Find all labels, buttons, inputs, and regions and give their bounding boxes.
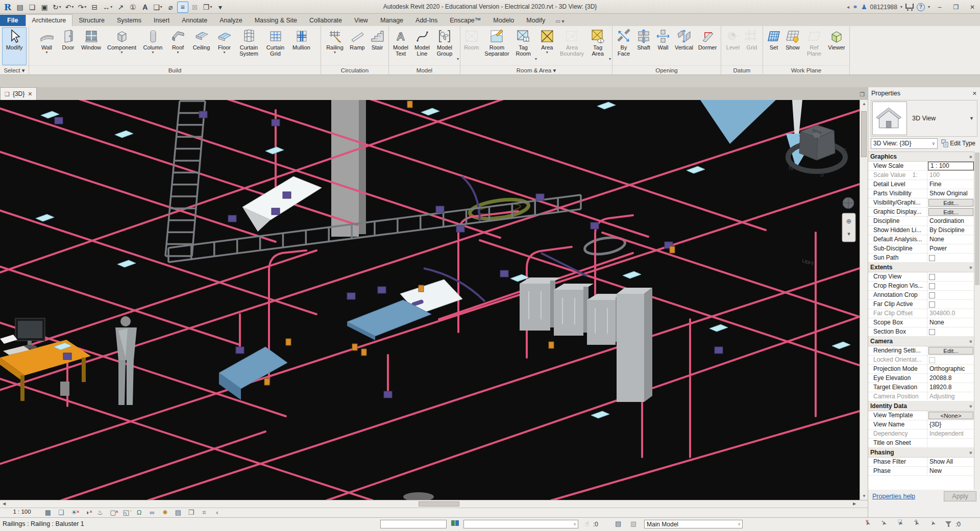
room-separator-button[interactable]: Room Separator	[482, 27, 512, 65]
editing-requests-icon[interactable]: ☝	[585, 520, 589, 527]
dropdown-caret-icon[interactable]: ▾	[535, 27, 537, 65]
mullion-button[interactable]: Mullion	[289, 27, 314, 65]
panel-label[interactable]: Room & Area ▾	[460, 65, 612, 75]
help-caret-icon[interactable]: ▾	[928, 5, 930, 9]
show-button[interactable]: Show	[783, 27, 802, 65]
design-options-icon[interactable]: ▤	[615, 520, 621, 527]
search-icon[interactable]: ⚭	[852, 3, 858, 11]
scroll-right-icon[interactable]: ▶	[850, 500, 859, 508]
view-scale-button[interactable]: 1 : 100	[7, 509, 37, 517]
select-underlay-toggle[interactable]: ➤❏	[898, 520, 910, 529]
dropdown-caret-icon[interactable]: ▾	[177, 50, 179, 54]
design-option-select[interactable]: Main Model∨	[644, 520, 743, 528]
viewer-button[interactable]: Viewer	[826, 27, 847, 65]
properties-close-icon[interactable]: ✕	[972, 90, 977, 97]
curtain-system-button[interactable]: Curtain System	[236, 27, 262, 65]
qat-customize-icon[interactable]: ▾	[214, 2, 226, 13]
property-edit-button[interactable]: Edit...	[928, 199, 973, 207]
property-value[interactable]: 18920.8	[927, 383, 974, 392]
panel-label[interactable]: Circulation	[321, 65, 388, 75]
active-workset-select[interactable]: ∨	[463, 520, 578, 528]
properties-window-icon[interactable]: ▤	[14, 2, 26, 13]
tab-analyze[interactable]: Analyze	[213, 15, 248, 26]
render-dialog-icon[interactable]: ♨	[94, 508, 106, 517]
horizontal-scrollbar[interactable]: ◀ ▶	[0, 500, 868, 508]
panel-label[interactable]: Opening	[612, 65, 721, 75]
tab-collaborate[interactable]: Collaborate	[303, 15, 348, 26]
print-icon[interactable]: ⊟	[89, 2, 100, 13]
crop-view-icon[interactable]: ▢✕	[107, 508, 119, 517]
property-value[interactable]: Power	[927, 244, 974, 254]
properties-scrollbar[interactable]	[974, 151, 980, 490]
property-value[interactable]: 304800.0	[927, 309, 974, 318]
panel-label[interactable]: Model	[389, 65, 460, 75]
model-text-button[interactable]: AModel Text	[390, 27, 411, 65]
property-edit-button[interactable]: Edit...	[928, 347, 973, 355]
vertical-button[interactable]: Vertical	[673, 27, 695, 65]
panel-label[interactable]: Work Plane	[763, 65, 849, 75]
dropdown-caret-icon[interactable]: ▾	[457, 27, 459, 65]
properties-help-link[interactable]: Properties help	[872, 493, 915, 500]
door-button[interactable]: Door	[59, 27, 78, 65]
section-header-identity-data[interactable]: Identity Data«	[868, 401, 974, 411]
dormer-button[interactable]: Dormer	[696, 27, 719, 65]
switch-windows-icon[interactable]: ❐▾	[202, 2, 214, 13]
tab-enscape-[interactable]: Enscape™	[444, 15, 487, 26]
restore-button[interactable]: ❐	[949, 2, 963, 12]
property-value[interactable]: 1 : 100	[928, 162, 974, 170]
temporary-view-properties-icon[interactable]: ▤	[172, 508, 184, 517]
dropdown-caret-icon[interactable]: ▾	[609, 27, 611, 65]
visual-style-icon[interactable]: ❑	[55, 508, 67, 517]
tag-area-button[interactable]: 1Tag Area	[587, 27, 608, 65]
panel-label[interactable]: Datum	[721, 65, 763, 75]
tab-view[interactable]: View	[348, 15, 374, 26]
model-line-button[interactable]: Model Line	[412, 27, 432, 65]
section-header-phasing[interactable]: Phasing«	[868, 448, 974, 458]
property-value[interactable]: None	[927, 235, 974, 244]
revit-logo[interactable]: R	[2, 2, 13, 13]
curtain-grid-button[interactable]: Curtain Grid	[263, 27, 288, 65]
unlocked-view-icon[interactable]: Ω	[133, 508, 145, 517]
ramp-button[interactable]: Ramp	[347, 27, 368, 65]
property-value[interactable]: Independent	[927, 429, 974, 439]
dropdown-caret-icon[interactable]: ▾	[546, 50, 548, 54]
drag-on-selection-toggle[interactable]: ➤✛	[914, 520, 926, 529]
undo-icon[interactable]: ↶▾	[64, 2, 76, 13]
navigation-bar[interactable]: ⊕ ▾	[842, 197, 855, 242]
tab-file[interactable]: File	[0, 15, 26, 26]
wall-button[interactable]: Wall	[654, 27, 672, 65]
minimize-button[interactable]: –	[933, 2, 946, 12]
sun-path-icon[interactable]: ☀✕	[68, 508, 80, 517]
aligned-dimension-icon[interactable]: ↗	[115, 2, 126, 13]
property-checkbox[interactable]	[929, 329, 935, 335]
property-checkbox[interactable]	[929, 301, 935, 308]
ribbon-display-toggle[interactable]: ▭ ▾	[555, 18, 564, 24]
select-links-toggle[interactable]: ➤✕	[865, 520, 877, 529]
instance-select[interactable]: 3D View: {3D}∨	[871, 138, 938, 149]
tab-modelo[interactable]: Modelo	[487, 15, 520, 26]
horizontal-scroll-thumb[interactable]	[419, 501, 459, 507]
back-arrow-icon[interactable]: ◂	[847, 4, 849, 10]
set-button[interactable]: Set	[765, 27, 782, 65]
window-button[interactable]: Window	[79, 27, 104, 65]
text-icon[interactable]: A	[139, 2, 151, 13]
view-tab-bar-options-icon[interactable]: ❐	[856, 91, 868, 100]
measure-icon[interactable]: ↔▾	[101, 2, 114, 13]
concrete-column[interactable]	[331, 100, 366, 237]
tab-annotate[interactable]: Annotate	[176, 15, 213, 26]
property-edit-button[interactable]: <None>	[928, 412, 973, 419]
panel-label[interactable]: Select ▾	[0, 65, 29, 75]
section-header-extents[interactable]: Extents«	[868, 263, 974, 272]
dropdown-caret-icon[interactable]: ▾	[120, 50, 122, 54]
floor-button[interactable]: Floor▾	[214, 27, 235, 65]
compass-e[interactable]: E	[843, 147, 847, 155]
help-icon[interactable]: ?	[917, 3, 925, 11]
filter-icon[interactable]	[945, 521, 952, 527]
ceiling-button[interactable]: Ceiling	[190, 27, 213, 65]
vertical-scrollbar[interactable]: ▲ ▼	[860, 100, 868, 500]
property-checkbox[interactable]	[929, 255, 935, 261]
close-hidden-icon[interactable]: ⊠	[189, 2, 201, 13]
property-value[interactable]: 100	[927, 171, 974, 180]
property-value[interactable]: New Construction	[927, 467, 974, 476]
section-header-camera[interactable]: Camera«	[868, 337, 974, 346]
